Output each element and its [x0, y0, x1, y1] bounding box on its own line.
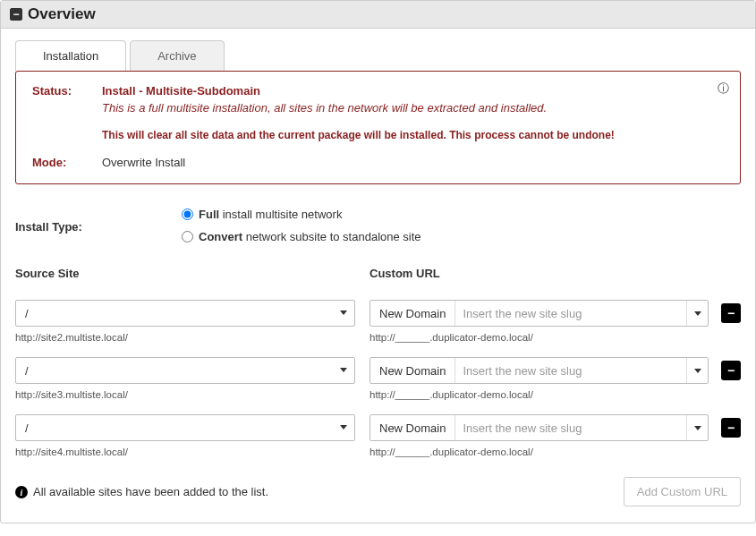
status-description: This is a full multisite installation, a…	[102, 101, 615, 115]
site-rows: / http://site2.multiste.local/ New Domai…	[15, 287, 741, 457]
columns-header: Source Site Custom URL	[15, 267, 741, 280]
mode-label: Mode:	[32, 156, 102, 169]
install-type-full[interactable]: Full install multisite network	[182, 208, 421, 221]
chevron-down-icon	[340, 368, 347, 372]
panel-title: Overview	[28, 5, 96, 23]
add-custom-url-button[interactable]: Add Custom URL	[624, 477, 741, 506]
slug-input[interactable]	[455, 301, 686, 326]
remove-row-button[interactable]: −	[721, 418, 741, 438]
source-site-select[interactable]: /	[15, 414, 355, 441]
footer: iAll available sites have been added to …	[15, 477, 741, 506]
source-site-header: Source Site	[15, 267, 370, 280]
panel-header[interactable]: − Overview	[1, 1, 755, 29]
domain-type-select[interactable]: New Domain	[370, 415, 455, 440]
source-hint: http://site4.multiste.local/	[15, 447, 355, 457]
remove-row-button[interactable]: −	[721, 361, 741, 380]
install-type-label: Install Type:	[15, 208, 182, 234]
install-type-section: Install Type: Full install multisite net…	[15, 208, 741, 243]
help-icon[interactable]: ⓘ	[718, 81, 729, 97]
custom-url-combo: New Domain	[370, 414, 709, 441]
install-type-convert[interactable]: Convert network subsite to standalone si…	[182, 230, 421, 243]
site-row: / http://site2.multiste.local/ New Domai…	[15, 287, 741, 343]
mode-value: Overwrite Install	[102, 156, 185, 169]
chevron-down-icon[interactable]	[686, 415, 708, 440]
site-row: / http://site4.multiste.local/ New Domai…	[15, 400, 741, 457]
info-icon: i	[15, 486, 28, 498]
domain-type-select[interactable]: New Domain	[370, 301, 455, 326]
tab-archive[interactable]: Archive	[130, 40, 224, 72]
slug-input[interactable]	[455, 415, 686, 440]
tabs: Installation Archive	[15, 39, 741, 71]
remove-row-button[interactable]: −	[721, 303, 741, 323]
slug-input[interactable]	[455, 358, 686, 383]
collapse-icon[interactable]: −	[10, 8, 22, 21]
custom-url-combo: New Domain	[370, 300, 709, 327]
domain-type-select[interactable]: New Domain	[370, 358, 455, 383]
chevron-down-icon[interactable]	[686, 301, 708, 326]
source-site-select[interactable]: /	[15, 300, 355, 327]
status-box: ⓘ Status: Install - Multisite-Subdomain …	[15, 71, 741, 184]
custom-hint: http://______.duplicator-demo.local/	[370, 447, 709, 457]
source-hint: http://site2.multiste.local/	[15, 332, 355, 343]
custom-url-header: Custom URL	[370, 267, 440, 280]
status-value: Install - Multisite-Subdomain	[102, 84, 615, 98]
custom-url-combo: New Domain	[370, 357, 709, 384]
custom-hint: http://______.duplicator-demo.local/	[370, 389, 709, 400]
source-hint: http://site3.multiste.local/	[15, 389, 355, 400]
chevron-down-icon	[340, 311, 347, 315]
status-warning: This will clear all site data and the cu…	[102, 129, 615, 141]
radio-convert[interactable]	[182, 231, 193, 242]
panel-body: Installation Archive ⓘ Status: Install -…	[1, 29, 755, 523]
overview-panel: − Overview Installation Archive ⓘ Status…	[0, 0, 756, 523]
custom-hint: http://______.duplicator-demo.local/	[370, 332, 709, 343]
chevron-down-icon[interactable]	[686, 358, 708, 383]
radio-full[interactable]	[182, 208, 193, 220]
chevron-down-icon	[340, 425, 347, 430]
site-row: / http://site3.multiste.local/ New Domai…	[15, 343, 741, 400]
source-site-select[interactable]: /	[15, 357, 355, 384]
info-message: iAll available sites have been added to …	[15, 485, 268, 499]
tab-installation[interactable]: Installation	[15, 40, 126, 72]
status-label: Status:	[32, 84, 102, 141]
